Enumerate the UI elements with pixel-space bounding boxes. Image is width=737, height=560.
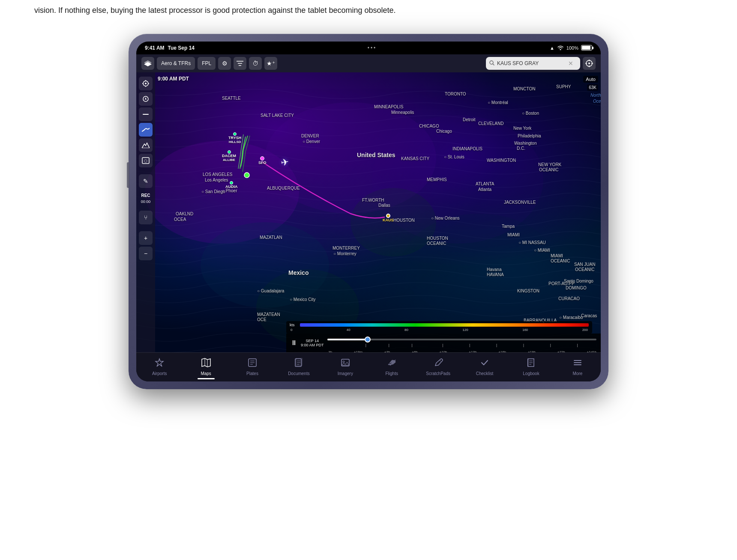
aero-tfrs-button[interactable]: Aero & TFRs	[157, 57, 195, 70]
timeline-fill	[327, 339, 368, 340]
waypoint-dacem: DACEM ALLIBE	[222, 150, 236, 162]
tab-checklist[interactable]: Checklist	[461, 354, 508, 379]
svg-point-6	[588, 63, 590, 64]
tab-more[interactable]: More	[554, 354, 601, 379]
fpl-button[interactable]: FPL	[198, 57, 216, 70]
wind-legend: kts 0 40 80 120 160 200	[286, 321, 592, 334]
status-time: 9:41 AM	[145, 45, 165, 51]
svg-line-4	[493, 64, 494, 65]
article-paragraph: vision. If nothing else, buying the late…	[0, 0, 514, 25]
plates-label: Plates	[246, 371, 258, 376]
rec-time-label: 00:00	[141, 200, 151, 204]
svg-point-52	[343, 361, 345, 363]
toolbar: Aero & TFRs FPL ⚙ ⏱ ★⁺	[136, 54, 601, 72]
imagery-label: Imagery	[338, 371, 353, 376]
search-bar: ✕	[486, 57, 580, 70]
left-sidebar: ⬡ ✎ REC 00:00 ⑂ + −	[136, 72, 155, 352]
route-edit-button[interactable]: ⑂	[139, 211, 153, 224]
timeline-thumb[interactable]	[365, 337, 371, 343]
ipad-side-button	[127, 162, 129, 188]
tab-documents[interactable]: Documents	[276, 354, 322, 379]
wifi-icon	[557, 45, 564, 51]
timeline-play-button[interactable]: ⏸	[291, 339, 297, 347]
route-profile-button[interactable]	[139, 123, 153, 137]
documents-icon	[294, 358, 303, 370]
checklist-label: Checklist	[476, 371, 494, 376]
svg-marker-39	[156, 359, 163, 366]
minus-zoom-button[interactable]	[139, 107, 153, 121]
map-area[interactable]: ⬡ ✎ REC 00:00 ⑂ + − 9:00 AM PDT	[136, 72, 601, 352]
battery-icon	[581, 45, 592, 51]
tab-flights[interactable]: Flights	[368, 354, 415, 379]
timeline-track	[327, 339, 596, 340]
status-right: ▲ 100%	[550, 45, 592, 51]
tab-plates[interactable]: Plates	[229, 354, 276, 379]
search-icon	[489, 60, 494, 67]
tab-logbook[interactable]: Logbook	[508, 354, 554, 379]
tab-bar: Airports Maps	[136, 352, 601, 381]
imagery-icon	[341, 358, 350, 370]
timer-button[interactable]: ⏱	[249, 57, 262, 70]
altitude-label: 63K	[587, 84, 598, 91]
waypoint-audia: AUDIA	[225, 181, 238, 189]
layers-button[interactable]	[141, 57, 154, 70]
favorites-button[interactable]: ★⁺	[264, 57, 277, 70]
legend-gradient	[300, 323, 589, 327]
right-panel: Auto 63K	[579, 72, 601, 94]
tab-maps[interactable]: Maps	[183, 354, 229, 379]
timeline: ⏸ SEP 14 9:00 AM PDT	[286, 334, 601, 352]
kaus-marker: KAUS	[383, 214, 394, 222]
ipad-screen: 9:41 AM Tue Sep 14 ••• ▲ 100%	[136, 42, 601, 381]
location-icon: ▲	[550, 45, 554, 51]
timeline-time: 9:00 AM PDT	[301, 343, 324, 347]
timeline-track-container[interactable]: -3h +19m +3h +6h +10h +13h +16h +19h +22…	[327, 339, 596, 347]
more-icon	[573, 358, 582, 370]
pencil-button[interactable]: ✎	[139, 174, 153, 188]
ipad-container: 9:41 AM Tue Sep 14 ••• ▲ 100%	[0, 25, 737, 406]
plates-icon	[248, 358, 257, 370]
svg-text:⬡: ⬡	[144, 159, 147, 163]
status-date: Tue Sep 14	[168, 45, 195, 51]
zoom-out-button[interactable]: −	[139, 247, 153, 260]
documents-label: Documents	[288, 371, 310, 376]
airspace-button[interactable]: ⬡	[139, 154, 153, 167]
battery-percentage: 100%	[566, 45, 578, 51]
settings-button[interactable]: ⚙	[218, 57, 231, 70]
ipad-device: 9:41 AM Tue Sep 14 ••• ▲ 100%	[129, 34, 608, 389]
svg-line-53	[440, 360, 441, 361]
timeline-date-block: SEP 14 9:00 AM PDT	[301, 339, 324, 347]
maps-active-indicator	[198, 378, 215, 379]
logbook-label: Logbook	[523, 371, 539, 376]
logbook-icon	[526, 358, 536, 370]
location-button[interactable]	[139, 77, 153, 90]
map-time-label: 9:00 AM PDT	[158, 76, 189, 82]
waypoint-sfo: SFO	[258, 156, 267, 165]
search-clear-button[interactable]: ✕	[568, 60, 573, 67]
tab-scratchpads[interactable]: ScratchPads	[415, 354, 461, 379]
maps-icon	[201, 358, 211, 370]
scratchpads-label: ScratchPads	[426, 371, 450, 376]
legend-ticks: 0 40 80 120 160 200	[290, 328, 589, 332]
tab-imagery[interactable]: Imagery	[322, 354, 368, 379]
airports-icon	[155, 358, 164, 370]
status-dots: •••	[368, 45, 377, 51]
timeline-date: SEP 14	[306, 339, 319, 343]
rec-label: REC	[141, 193, 150, 198]
flights-icon	[387, 358, 396, 370]
search-input[interactable]	[497, 60, 566, 66]
scratchpads-icon	[434, 358, 443, 370]
zoom-in-button[interactable]: +	[139, 231, 153, 245]
auto-label: Auto	[583, 76, 598, 83]
tab-airports[interactable]: Airports	[136, 354, 183, 379]
terrain-button[interactable]	[139, 138, 153, 152]
compass-button[interactable]	[139, 92, 153, 106]
filter-button[interactable]	[234, 57, 246, 70]
svg-rect-26	[143, 114, 149, 115]
svg-point-20	[145, 83, 147, 84]
checklist-icon	[480, 358, 489, 370]
more-label: More	[572, 371, 582, 376]
locate-button[interactable]	[583, 57, 596, 70]
status-bar: 9:41 AM Tue Sep 14 ••• ▲ 100%	[136, 42, 601, 54]
flights-label: Flights	[386, 371, 398, 376]
maps-label: Maps	[201, 371, 211, 376]
